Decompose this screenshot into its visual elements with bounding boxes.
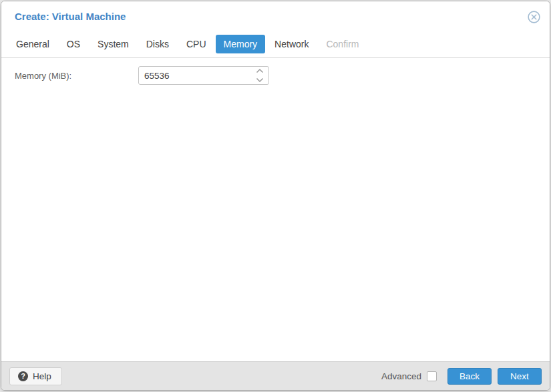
tab-cpu[interactable]: CPU bbox=[178, 35, 214, 53]
create-vm-dialog: Create: Virtual Machine General OS Syste… bbox=[1, 1, 550, 391]
dialog-titlebar: Create: Virtual Machine bbox=[1, 1, 550, 32]
close-icon[interactable] bbox=[528, 11, 540, 23]
help-button[interactable]: ? Help bbox=[9, 367, 62, 385]
tab-network[interactable]: Network bbox=[266, 35, 317, 53]
memory-panel: Memory (MiB): bbox=[1, 58, 550, 361]
dialog-title: Create: Virtual Machine bbox=[15, 11, 126, 22]
tab-memory[interactable]: Memory bbox=[216, 35, 266, 53]
tab-general[interactable]: General bbox=[8, 35, 57, 53]
memory-field-label: Memory (MiB): bbox=[15, 71, 138, 81]
advanced-checkbox[interactable] bbox=[427, 371, 437, 381]
tab-os[interactable]: OS bbox=[59, 35, 88, 53]
memory-spinner-field bbox=[138, 66, 269, 85]
memory-spinner-arrows[interactable] bbox=[255, 68, 264, 83]
memory-form-row: Memory (MiB): bbox=[15, 66, 536, 85]
memory-input[interactable] bbox=[138, 66, 269, 85]
next-button[interactable]: Next bbox=[498, 368, 542, 385]
advanced-label: Advanced bbox=[381, 371, 421, 381]
chevron-down-icon bbox=[255, 77, 264, 83]
help-button-label: Help bbox=[33, 371, 51, 381]
footer-actions: Advanced Back Next bbox=[381, 368, 542, 385]
tab-confirm: Confirm bbox=[318, 35, 367, 53]
tab-disks[interactable]: Disks bbox=[138, 35, 177, 53]
chevron-up-icon bbox=[255, 68, 264, 74]
back-button[interactable]: Back bbox=[447, 368, 492, 385]
dialog-footer: ? Help Advanced Back Next bbox=[1, 361, 550, 390]
wizard-tabbar: General OS System Disks CPU Memory Netwo… bbox=[1, 32, 550, 58]
tab-system[interactable]: System bbox=[89, 35, 137, 53]
question-circle-icon: ? bbox=[18, 371, 28, 381]
